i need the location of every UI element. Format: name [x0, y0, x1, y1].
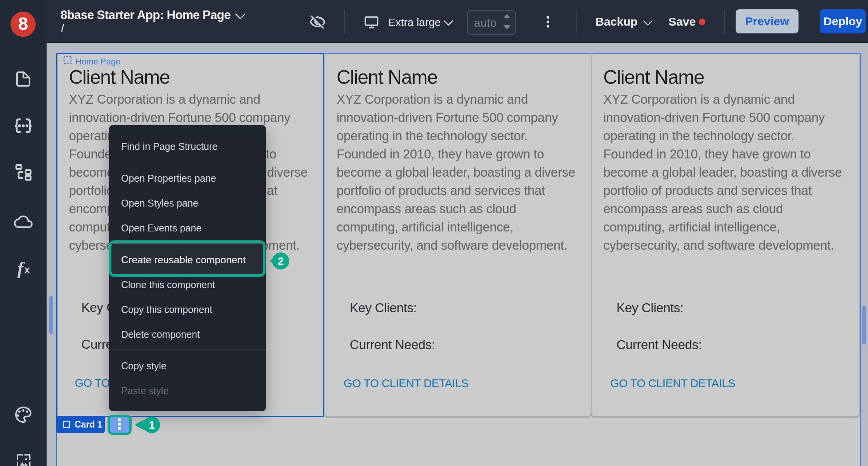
svg-text:1: 1 [149, 419, 155, 431]
svg-text:2: 2 [278, 255, 284, 267]
